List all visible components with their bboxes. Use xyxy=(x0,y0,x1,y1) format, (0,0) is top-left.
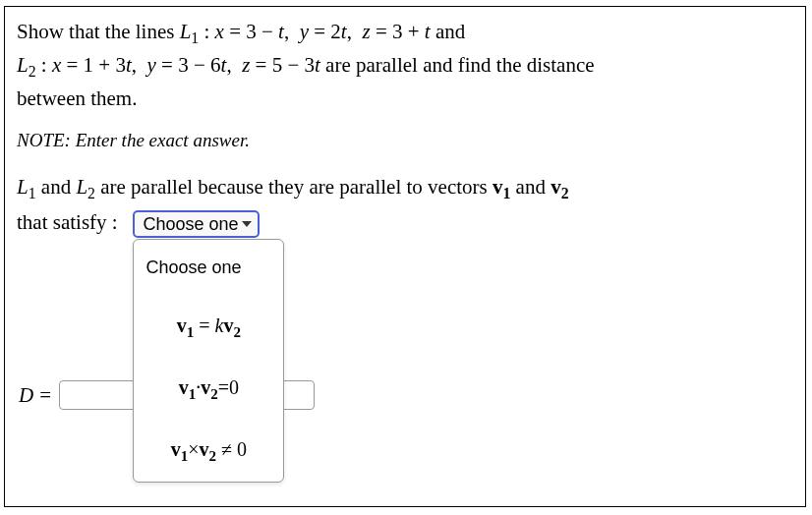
problem-container: Show that the lines L1 : x = 3 − t, y = … xyxy=(4,6,806,507)
dropdown-menu: Choose one v1 = kv2 v1·v2=0 v1×v2 ≠ 0 xyxy=(133,239,284,483)
problem-line-1: Show that the lines L1 : x = 3 − t, y = … xyxy=(17,20,465,43)
explanation-text: L1 and L2 are parallel because they are … xyxy=(17,171,793,240)
dropdown-option-dot[interactable]: v1·v2=0 xyxy=(134,358,283,420)
problem-line-2: L2 : x = 1 + 3t, y = 3 − 6t, z = 5 − 3t … xyxy=(17,53,595,77)
dropdown-wrapper: Choose one Choose one v1 = kv2 v1·v2=0 v… xyxy=(133,207,260,241)
explanation-line-2: that satisfy : xyxy=(17,210,118,234)
explanation-line-1: L1 and L2 are parallel because they are … xyxy=(17,175,569,199)
dropdown-option-header[interactable]: Choose one xyxy=(134,240,283,296)
dropdown-option-cross[interactable]: v1×v2 ≠ 0 xyxy=(134,420,283,482)
dropdown-option-scalar[interactable]: v1 = kv2 xyxy=(134,296,283,358)
chevron-down-icon xyxy=(242,221,252,227)
problem-line-3: between them. xyxy=(17,86,137,110)
equals-sign: = xyxy=(39,383,51,408)
problem-statement: Show that the lines L1 : x = 3 − t, y = … xyxy=(17,17,793,114)
d-label: D xyxy=(19,383,33,408)
dropdown-selected-label: Choose one xyxy=(143,210,238,239)
note-text: NOTE: Enter the exact answer. xyxy=(17,130,793,151)
dropdown-select[interactable]: Choose one xyxy=(133,210,260,238)
